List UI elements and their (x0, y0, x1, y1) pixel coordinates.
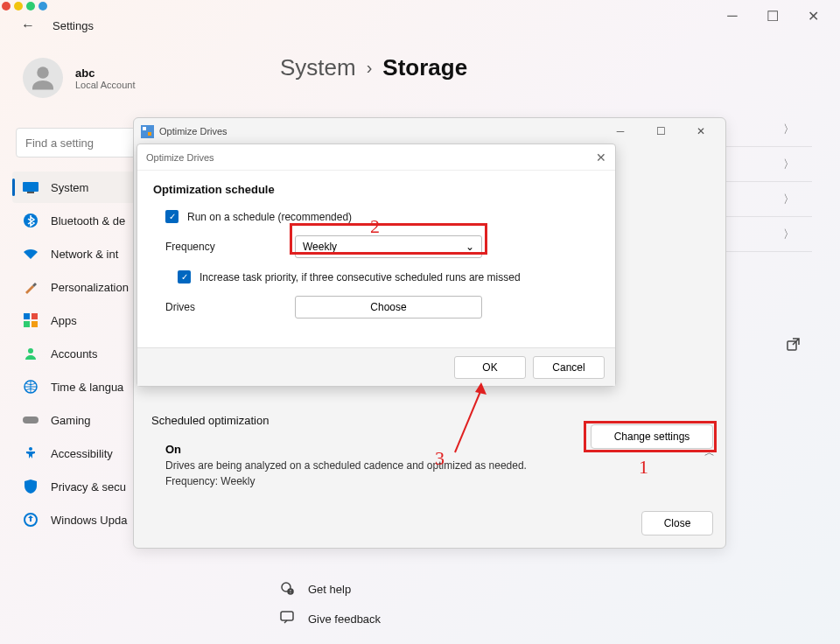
close-icon[interactable]: ✕ (596, 150, 606, 164)
chevron-right-icon: 〉 (783, 122, 794, 137)
svg-rect-21 (281, 612, 293, 620)
checkbox-checked-icon[interactable]: ✓ (178, 270, 191, 284)
dialog-maximize-button[interactable]: ☐ (643, 121, 678, 142)
annotation-box-2 (290, 223, 487, 255)
help-links: Get help Give feedback (280, 574, 381, 634)
sidebar-label: Accounts (51, 347, 97, 360)
svg-point-11 (29, 447, 32, 451)
svg-rect-7 (32, 321, 38, 327)
svg-rect-10 (23, 416, 38, 424)
change-settings-button[interactable]: Change settings (591, 424, 713, 449)
chevron-right-icon: 〉 (783, 227, 794, 242)
give-feedback-label: Give feedback (308, 612, 381, 626)
dialog-title: Optimize Drives (159, 126, 598, 136)
minimize-button[interactable]: ─ (718, 4, 747, 28)
breadcrumb: System › Storage (280, 54, 467, 81)
globe-icon (23, 379, 38, 395)
schedule-section-heading: Optimization schedule (153, 183, 599, 196)
chevron-right-icon: › (367, 58, 373, 78)
svg-rect-15 (143, 127, 146, 130)
checkbox-checked-icon[interactable]: ✓ (165, 210, 178, 223)
drives-label: Drives (165, 301, 295, 313)
drives-row: Drives Choose (165, 296, 599, 318)
sidebar-label: Windows Upda (51, 514, 127, 527)
give-feedback-link[interactable]: Give feedback (280, 604, 381, 634)
defrag-icon (141, 125, 154, 138)
svg-rect-1 (23, 182, 38, 192)
close-window-button[interactable]: ✕ (798, 4, 828, 28)
run-schedule-checkbox-row[interactable]: ✓ Run on a schedule (recommended) (165, 210, 599, 223)
external-link-icon[interactable] (787, 338, 800, 354)
close-button[interactable]: Close (641, 511, 713, 536)
svg-rect-2 (27, 192, 34, 193)
schedule-dialog: Optimize Drives ✕ Optimization schedule … (136, 144, 616, 387)
bluetooth-icon (23, 213, 38, 228)
breadcrumb-parent[interactable]: System (280, 54, 356, 81)
schedule-dialog-title: Optimize Drives (146, 152, 214, 163)
accounts-icon (23, 346, 38, 361)
priority-label: Increase task priority, if three consecu… (200, 271, 521, 284)
back-arrow-icon[interactable]: ← (21, 18, 35, 33)
user-block[interactable]: abc Local Account (23, 58, 136, 98)
ok-button[interactable]: OK (454, 356, 526, 379)
sidebar-label: Network & int (51, 248, 118, 261)
help-icon (280, 581, 296, 597)
chevron-right-icon: 〉 (783, 192, 794, 207)
schedule-dialog-footer: OK Cancel (137, 347, 615, 386)
schedule-dialog-titlebar: Optimize Drives ✕ (137, 144, 615, 171)
annotation-number-1: 1 (639, 456, 648, 479)
dialog-minimize-button[interactable]: ─ (603, 121, 638, 142)
chevron-right-icon: 〉 (783, 157, 794, 172)
get-help-link[interactable]: Get help (280, 574, 381, 604)
cancel-button[interactable]: Cancel (533, 356, 605, 379)
maximize-button[interactable]: ☐ (758, 4, 788, 28)
apps-icon (23, 312, 38, 328)
svg-point-20 (288, 589, 293, 594)
browser-tab-decoration (0, 0, 49, 12)
svg-rect-16 (148, 132, 151, 136)
sidebar-label: Apps (51, 314, 77, 327)
svg-point-0 (37, 66, 49, 79)
system-icon (23, 179, 38, 195)
sidebar-label: Privacy & secu (51, 480, 126, 494)
sidebar-label: Accessibility (51, 447, 113, 460)
app-title: Settings (52, 19, 94, 32)
chevron-up-icon[interactable]: ︿ (704, 445, 715, 460)
priority-checkbox-row[interactable]: ✓ Increase task priority, if three conse… (178, 270, 599, 284)
svg-point-8 (28, 348, 33, 354)
dialog-titlebar: Optimize Drives ─ ☐ ✕ (134, 118, 725, 144)
get-help-label: Get help (308, 583, 351, 596)
annotation-number-2: 2 (370, 215, 380, 238)
wifi-icon (23, 246, 38, 262)
feedback-icon (280, 611, 296, 626)
dialog-close-button[interactable]: ✕ (683, 121, 718, 142)
sidebar-label: System (51, 181, 88, 194)
sidebar-label: Gaming (51, 414, 91, 427)
run-schedule-label: Run on a schedule (recommended) (187, 211, 352, 223)
frequency-label: Frequency (165, 241, 295, 253)
sidebar-label: Time & langua (51, 381, 123, 394)
breadcrumb-current: Storage (382, 54, 467, 81)
window-controls: ─ ☐ ✕ (705, 0, 840, 32)
svg-rect-6 (24, 321, 30, 327)
update-icon (23, 512, 38, 528)
sidebar-label: Bluetooth & de (51, 214, 125, 228)
accessibility-icon (23, 445, 38, 461)
gaming-icon (23, 412, 38, 428)
svg-rect-5 (32, 313, 38, 319)
schedule-frequency-text: Frequency: Weekly (165, 475, 708, 487)
user-account-type: Local Account (75, 80, 136, 90)
user-name: abc (75, 66, 136, 80)
choose-drives-button[interactable]: Choose (295, 296, 482, 318)
sidebar-label: Personalization (51, 281, 129, 294)
avatar-icon (23, 58, 63, 98)
annotation-number-3: 3 (435, 447, 444, 470)
svg-rect-4 (24, 313, 30, 319)
shield-icon (23, 479, 38, 494)
paintbrush-icon (23, 279, 38, 295)
